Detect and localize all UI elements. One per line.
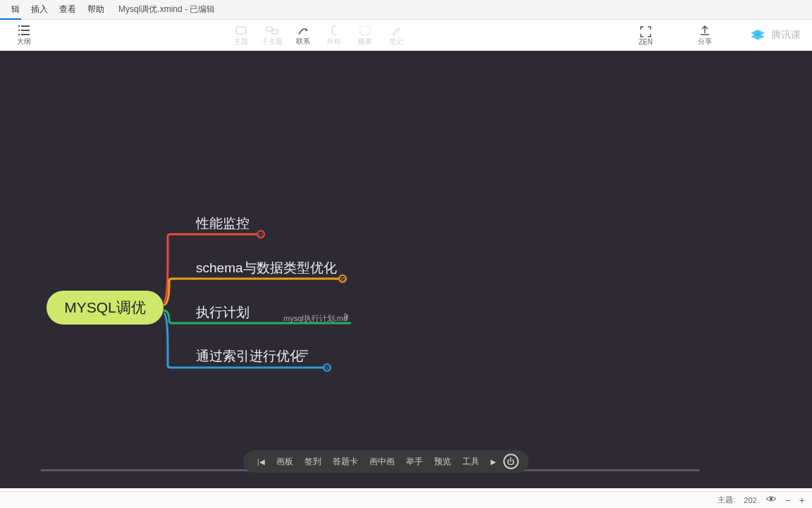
share-label: 分享 <box>698 37 712 47</box>
boundary-button[interactable]: 概要 <box>350 21 381 49</box>
collapse-toggle-schema[interactable]: 35 <box>338 274 347 283</box>
zen-button[interactable]: ZEN <box>630 21 661 49</box>
upload-icon <box>699 24 711 37</box>
root-node[interactable]: MYSQL调优 <box>47 291 164 325</box>
subrect-icon <box>266 24 278 37</box>
share-button[interactable]: 分享 <box>689 21 720 49</box>
window-title: Mysql调优.xmind - 已编辑 <box>118 4 215 16</box>
menu-insert[interactable]: 插入 <box>25 4 54 16</box>
menu-edit[interactable]: 辑 <box>6 4 25 16</box>
branch-node-schema[interactable]: schema与数据类型优化 <box>196 259 337 277</box>
fullscreen-icon <box>639 25 652 38</box>
branch-node-index[interactable]: 通过索引进行优化 <box>196 347 303 365</box>
player-next-button[interactable]: ▶ <box>486 458 500 466</box>
menu-bar: 辑 插入 查看 帮助 Mysql调优.xmind - 已编辑 <box>0 0 812 20</box>
topics-label: 主题: <box>718 495 735 505</box>
notes-icon[interactable] <box>299 349 309 360</box>
bracket-icon <box>328 24 340 37</box>
player-signin-button[interactable]: 签到 <box>300 456 326 468</box>
player-preview-button[interactable]: 预览 <box>430 456 455 468</box>
svg-rect-3 <box>360 26 370 35</box>
zoom-in-button[interactable]: + <box>799 495 805 506</box>
menu-view[interactable]: 查看 <box>54 4 82 16</box>
relation-label: 联系 <box>296 37 310 47</box>
collapse-toggle-performance[interactable]: 11 <box>257 230 265 238</box>
summary-button[interactable]: 外框 <box>319 21 350 49</box>
toolbar: 大纲 主题 子主题 联系 外框 概要 笔记 ZEN <box>0 20 812 51</box>
zoom-out-button[interactable]: − <box>785 495 791 506</box>
player-board-button[interactable]: 画板 <box>272 456 297 468</box>
brand-text: 腾讯课 <box>771 29 801 42</box>
list-icon <box>18 24 30 37</box>
player-power-button[interactable]: ⏻ <box>503 454 519 469</box>
player-quiz-button[interactable]: 答题卡 <box>328 456 362 468</box>
player-prev-button[interactable]: |◀ <box>253 458 269 466</box>
branch-node-plan[interactable]: 执行计划 <box>196 303 250 322</box>
topics-count: 202 <box>744 496 756 504</box>
subtopic-button[interactable]: 子主题 <box>257 21 288 49</box>
svg-rect-2 <box>272 30 278 34</box>
relation-icon <box>297 24 309 37</box>
status-bar: 主题: 202 − + <box>0 491 812 508</box>
pen-icon <box>390 24 402 37</box>
menu-help[interactable]: 帮助 <box>82 4 110 16</box>
relation-button[interactable]: 联系 <box>288 21 319 49</box>
outline-label: 大纲 <box>17 37 31 47</box>
topic-button[interactable]: 主题 <box>226 21 257 49</box>
player-tools-button[interactable]: 工具 <box>458 456 484 468</box>
brand-watermark: 腾讯课 <box>749 26 801 44</box>
marker-label: 笔记 <box>389 37 403 47</box>
rect-icon <box>235 24 247 37</box>
player-raise-button[interactable]: 举手 <box>402 456 427 468</box>
player-bar: |◀ 画板 签到 答题卡 画中画 举手 预览 工具 ▶ ⏻ <box>243 450 529 473</box>
paperclip-icon[interactable] <box>343 313 350 322</box>
attachment-label[interactable]: mysql执行计划.md <box>283 313 347 324</box>
boundary-icon <box>359 24 371 37</box>
summary-label: 外框 <box>327 37 341 47</box>
svg-rect-1 <box>266 27 272 31</box>
svg-point-4 <box>770 497 773 500</box>
visibility-icon[interactable] <box>765 495 777 505</box>
topic-label: 主题 <box>234 37 248 47</box>
subtopic-label: 子主题 <box>262 37 283 47</box>
marker-button[interactable]: 笔记 <box>381 21 412 49</box>
outline-button[interactable]: 大纲 <box>8 21 39 49</box>
player-pip-button[interactable]: 画中画 <box>365 456 399 468</box>
svg-rect-0 <box>236 27 246 34</box>
boundary-label: 概要 <box>358 37 372 47</box>
branch-node-performance[interactable]: 性能监控 <box>196 214 250 233</box>
branch-lines <box>0 51 812 488</box>
collapse-toggle-index[interactable]: 60 <box>323 363 331 372</box>
mindmap-canvas[interactable]: MYSQL调优 性能监控 11 schema与数据类型优化 35 执行计划 my… <box>0 51 812 488</box>
zen-label: ZEN <box>639 38 653 46</box>
brand-logo-icon <box>749 26 767 44</box>
